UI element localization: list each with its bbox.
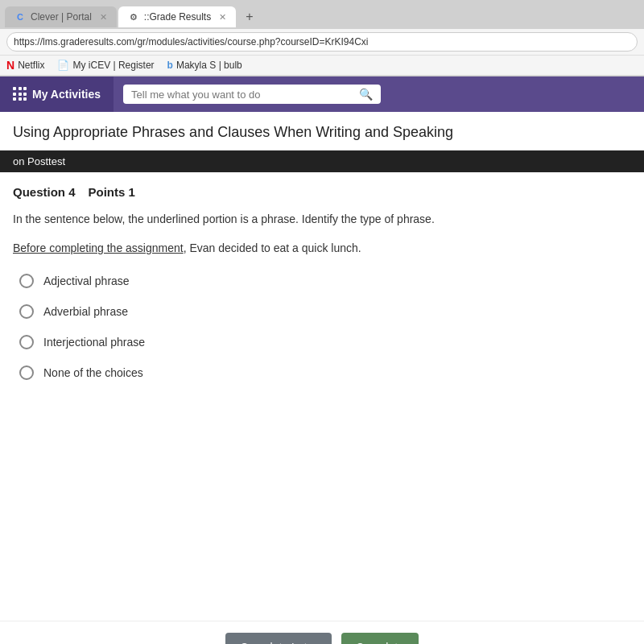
option-label-adjectival: Adjectival phrase: [43, 275, 130, 287]
question-text: In the sentence below, the underlined po…: [13, 210, 631, 228]
complete-button[interactable]: Complete: [341, 633, 419, 644]
question-meta: Question 4 Points 1: [13, 185, 631, 199]
new-tab-button[interactable]: +: [237, 5, 261, 29]
radio-adjectival[interactable]: [19, 274, 34, 288]
toolbar-search-input[interactable]: [131, 89, 354, 101]
option-none[interactable]: None of the choices: [19, 365, 631, 380]
toolbar-search-bar[interactable]: 🔍: [123, 85, 381, 104]
bookmark-icev-label: My iCEV | Register: [72, 60, 154, 71]
bookmark-netflix-label: Netflix: [18, 60, 44, 71]
complete-later-button[interactable]: Complete Later: [225, 633, 332, 644]
option-label-adverbial: Adverbial phrase: [43, 305, 128, 318]
tab-clever[interactable]: C Clever | Portal ✕: [5, 6, 117, 27]
browser-chrome: C Clever | Portal ✕ ⚙ ::Grade Results ✕ …: [0, 0, 644, 76]
netflix-icon: N: [6, 59, 14, 72]
page-title-section: Using Appropriate Phrases and Clauses Wh…: [0, 112, 644, 151]
question-area: Question 4 Points 1 In the sentence belo…: [0, 172, 644, 392]
radio-inner-none: [23, 369, 30, 376]
question-number: Question 4: [13, 185, 76, 199]
address-bar: [0, 29, 644, 56]
bulb-icon: b: [167, 60, 173, 71]
grid-icon: [13, 87, 27, 101]
section-label: on Posttest: [13, 155, 65, 167]
radio-inner-interjectional: [23, 339, 30, 345]
app-toolbar: My Activities 🔍: [0, 76, 644, 112]
section-header: on Posttest: [0, 151, 644, 172]
option-label-interjectional: Interjectional phrase: [43, 336, 145, 349]
page-title: Using Appropriate Phrases and Clauses Wh…: [13, 123, 631, 142]
underlined-portion: Before completing the assignment: [13, 242, 184, 254]
bookmark-netflix[interactable]: N Netflix: [6, 59, 44, 72]
address-input[interactable]: [6, 32, 638, 52]
bookmark-bulb-label: Makyla S | bulb: [176, 60, 242, 71]
option-adverbial[interactable]: Adverbial phrase: [19, 304, 631, 319]
answer-options: Adjectival phrase Adverbial phrase Inter…: [13, 274, 631, 380]
bookmark-bulb[interactable]: b Makyla S | bulb: [167, 60, 242, 71]
question-points: Points 1: [89, 185, 135, 199]
tab-label-clever: Clever | Portal: [31, 11, 92, 23]
bookmark-icev[interactable]: 📄 My iCEV | Register: [57, 60, 154, 71]
sentence-rest: , Evan decided to eat a quick lunch.: [184, 242, 361, 254]
radio-inner-adverbial: [23, 308, 30, 315]
option-label-none: None of the choices: [43, 366, 143, 379]
page-content: Using Appropriate Phrases and Clauses Wh…: [0, 112, 644, 621]
tab-bar: C Clever | Portal ✕ ⚙ ::Grade Results ✕ …: [0, 0, 644, 29]
tab-close-clever[interactable]: ✕: [100, 12, 107, 23]
radio-none[interactable]: [19, 365, 34, 380]
action-bar: Complete Later Complete: [0, 621, 644, 644]
tab-favicon-grade: ⚙: [128, 11, 139, 23]
option-interjectional[interactable]: Interjectional phrase: [19, 335, 631, 349]
sentence-text: Before completing the assignment, Evan d…: [13, 242, 631, 254]
tab-graderesults[interactable]: ⚙ ::Grade Results ✕: [118, 6, 236, 27]
tab-label-grade: ::Grade Results: [144, 11, 211, 23]
tab-favicon-clever: C: [14, 11, 26, 23]
radio-adverbial[interactable]: [19, 304, 34, 319]
tab-close-grade[interactable]: ✕: [219, 12, 226, 23]
radio-interjectional[interactable]: [19, 335, 34, 349]
search-icon: 🔍: [359, 88, 373, 101]
my-activities-label: My Activities: [32, 88, 101, 101]
my-activities-button[interactable]: My Activities: [0, 76, 114, 112]
radio-inner-adjectival: [23, 278, 30, 284]
bookmarks-bar: N Netflix 📄 My iCEV | Register b Makyla …: [0, 56, 644, 76]
option-adjectival[interactable]: Adjectival phrase: [19, 274, 631, 288]
file-icon: 📄: [57, 60, 69, 71]
